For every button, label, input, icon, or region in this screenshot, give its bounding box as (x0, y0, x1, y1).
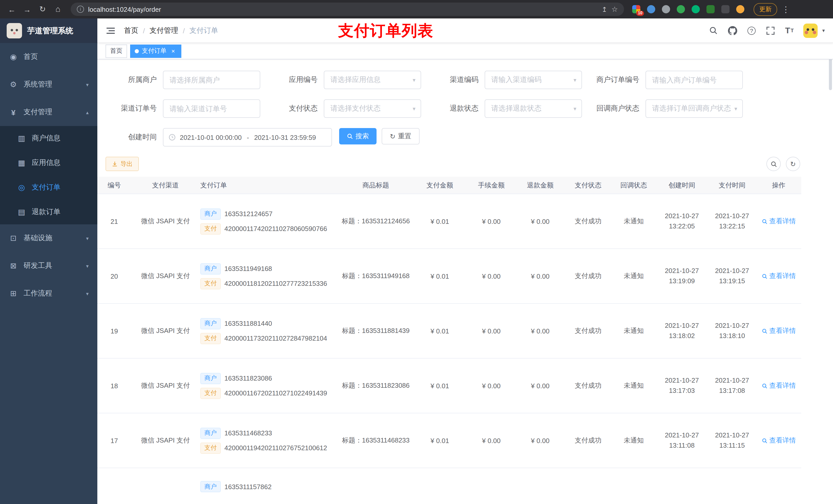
view-detail-link[interactable]: 查看详情 (762, 381, 796, 390)
search-icon[interactable] (709, 25, 719, 35)
share-icon[interactable] (602, 5, 607, 13)
sidebar-item-home[interactable]: 首页 (0, 43, 97, 71)
github-icon[interactable] (728, 25, 738, 35)
filter-label-notify-status: 回调商户状态 (588, 104, 645, 113)
pay-status-select[interactable]: 请选择支付状态 (324, 99, 421, 118)
help-icon[interactable] (746, 25, 757, 35)
extension-icon-8[interactable] (736, 5, 744, 13)
filter-label-create-time: 创建时间 (105, 133, 163, 142)
toolbar-refresh-button[interactable] (786, 157, 800, 171)
breadcrumb: 首页 / 支付管理 / 支付订单 (124, 26, 218, 35)
chevron-down-icon (573, 105, 576, 112)
filter-label-channel-code: 渠道编码 (427, 75, 485, 85)
yen-icon (9, 108, 18, 117)
browser-menu-icon[interactable] (779, 3, 792, 16)
tags-view-bar: 首页 支付订单 (97, 43, 833, 59)
bookmark-star-icon[interactable] (612, 5, 618, 13)
table-row: 20 微信 JSAPI 支付 商户1635311949168 支付4200001… (97, 249, 801, 304)
workflow-icon (9, 289, 18, 298)
create-time-range-picker[interactable]: 2021-10-01 00:00:00 - 2021-10-31 23:59:5… (163, 128, 332, 146)
avatar[interactable] (803, 23, 818, 38)
view-detail-link[interactable]: 查看详情 (762, 271, 796, 281)
breadcrumb-payment[interactable]: 支付管理 (149, 26, 178, 35)
channel-order-no-input[interactable] (163, 99, 260, 118)
extension-icon-7[interactable] (721, 5, 730, 13)
extension-icon-6[interactable] (707, 5, 715, 13)
extension-icon-4[interactable] (677, 5, 685, 13)
tools-icon (9, 261, 18, 270)
channel-code-select[interactable]: 请输入渠道编码 (485, 71, 582, 89)
close-icon[interactable] (170, 47, 177, 54)
app-logo[interactable]: 芋道管理系统 (0, 19, 97, 43)
merchant-input[interactable] (163, 71, 260, 89)
browser-back-icon[interactable] (5, 3, 19, 16)
site-info-icon[interactable] (77, 6, 84, 13)
export-button[interactable]: 导出 (105, 157, 139, 171)
search-icon (762, 438, 767, 443)
search-icon (347, 133, 353, 139)
filter-label-refund-status: 退款状态 (427, 104, 485, 113)
app-no-select[interactable]: 请选择应用信息 (324, 71, 421, 89)
search-button[interactable]: 搜索 (339, 128, 377, 144)
font-size-icon[interactable] (784, 25, 794, 35)
chevron-up-icon (86, 110, 89, 115)
search-icon (762, 273, 767, 279)
red-annotation-title: 支付订单列表 (338, 22, 433, 40)
page-content: 所属商户 应用编号 请选择应用信息 渠道编码 请输入渠道编码 (97, 59, 833, 504)
sidebar-item-system[interactable]: 系统管理 (0, 71, 97, 98)
search-icon (762, 218, 767, 224)
target-icon (17, 183, 26, 192)
dashboard-icon (9, 52, 18, 62)
extension-icon-5[interactable] (692, 5, 700, 13)
tab-home[interactable]: 首页 (105, 44, 127, 57)
bank-card-icon (17, 134, 26, 143)
browser-update-button[interactable]: 更新 (754, 3, 777, 16)
sidebar-item-infrastructure[interactable]: 基础设施 (0, 224, 97, 252)
refund-status-select[interactable]: 请选择退款状态 (485, 99, 582, 118)
filter-label-merchant: 所属商户 (105, 75, 163, 85)
pay-tag: 支付 (200, 223, 221, 234)
hamburger-icon[interactable] (105, 25, 116, 35)
address-bar[interactable]: localhost:1024/pay/order (71, 3, 624, 16)
notify-status-select[interactable]: 请选择订单回调商户状态 (645, 99, 743, 118)
filter-label-pay-status: 支付状态 (266, 104, 324, 113)
merchant-order-no-input[interactable] (645, 71, 743, 89)
active-tab-dot (135, 49, 139, 53)
sidebar-item-workflow[interactable]: 工作流程 (0, 280, 97, 307)
sidebar-item-dev-tools[interactable]: 研发工具 (0, 252, 97, 280)
avatar-caret-icon[interactable] (822, 28, 825, 33)
extension-badge: 10 (636, 11, 644, 16)
pay-tag: 支付 (200, 387, 221, 399)
browser-forward-icon[interactable] (21, 3, 34, 16)
view-detail-link[interactable]: 查看详情 (762, 217, 796, 226)
extension-icon-3[interactable] (662, 5, 670, 13)
app-title: 芋道管理系统 (27, 26, 73, 35)
table-row: 19 微信 JSAPI 支付 商户1635311881440 支付4200001… (97, 304, 801, 359)
fullscreen-icon[interactable] (765, 25, 776, 35)
chevron-down-icon (573, 77, 576, 83)
toolbar-search-button[interactable] (766, 157, 781, 171)
filter-label-channel-order-no: 渠道订单号 (105, 104, 163, 113)
refresh-icon (390, 133, 396, 140)
extensions-area: 10 (632, 5, 744, 13)
sidebar-item-refund-order[interactable]: 退款订单 (0, 200, 97, 224)
orders-table: 编号 支付渠道 支付订单 商品标题 支付金额 手续金额 退款金额 支付状态 回调… (97, 177, 801, 504)
clock-icon (169, 134, 176, 141)
browser-home-icon[interactable] (51, 3, 65, 16)
sidebar-item-merchant-info[interactable]: 商户信息 (0, 126, 97, 150)
pay-tag: 支付 (200, 442, 221, 454)
browser-reload-icon[interactable] (36, 3, 49, 16)
merchant-tag: 商户 (200, 208, 221, 219)
reset-button[interactable]: 重置 (382, 128, 420, 144)
extension-icon-1[interactable]: 10 (632, 5, 640, 13)
payment-submenu: 商户信息 应用信息 支付订单 退款订单 (0, 126, 97, 224)
tab-pay-order[interactable]: 支付订单 (130, 44, 181, 57)
sidebar-item-payment[interactable]: 支付管理 (0, 98, 97, 126)
breadcrumb-home[interactable]: 首页 (124, 26, 138, 35)
extension-icon-2[interactable] (647, 5, 655, 13)
view-detail-link[interactable]: 查看详情 (762, 326, 796, 335)
sidebar-item-pay-order[interactable]: 支付订单 (0, 175, 97, 200)
pay-tag: 支付 (200, 333, 221, 344)
view-detail-link[interactable]: 查看详情 (762, 436, 796, 445)
sidebar-item-app-info[interactable]: 应用信息 (0, 150, 97, 175)
